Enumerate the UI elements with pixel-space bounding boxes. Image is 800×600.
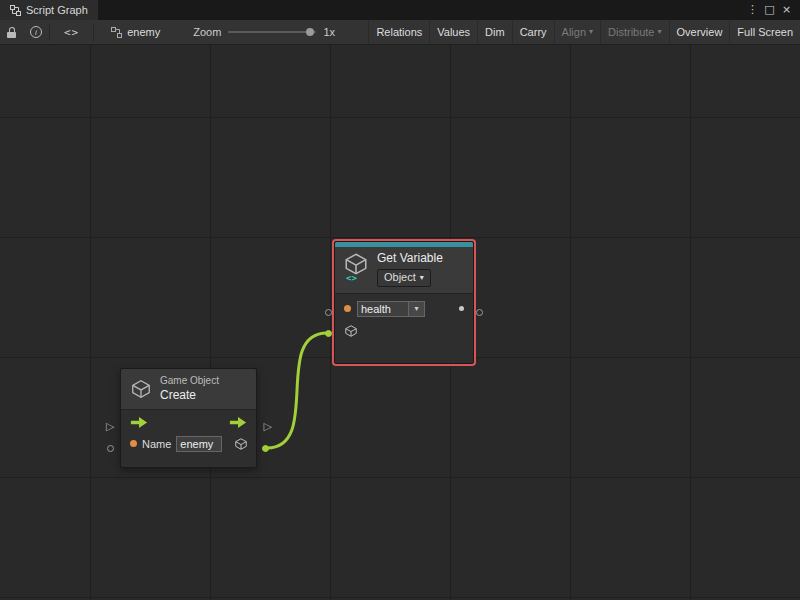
variable-code-icon: <> <box>346 273 357 283</box>
zoom-slider[interactable] <box>228 31 316 33</box>
game-object-output-port[interactable] <box>262 445 269 452</box>
toolbar-button-values[interactable]: Values <box>429 20 477 44</box>
graph-canvas[interactable]: Game Object Create Name <box>0 45 800 600</box>
graph-breadcrumb[interactable]: enemy <box>104 20 167 44</box>
value-output-dot[interactable] <box>459 306 464 311</box>
flow-input-port[interactable]: ▷ <box>106 421 114 432</box>
scope-label: Object <box>384 271 416 285</box>
graph-asset-icon <box>111 27 122 38</box>
game-object-cube-icon <box>130 378 152 400</box>
maximize-icon[interactable]: □ <box>761 0 778 20</box>
toolbar-button-distribute[interactable]: Distribute ▾ <box>600 20 668 44</box>
kebab-menu-icon[interactable]: ⋮ <box>744 0 761 20</box>
button-label: Distribute <box>608 26 654 38</box>
object-input-port[interactable] <box>325 330 332 337</box>
variable-scope-dropdown[interactable]: Object ▾ <box>377 269 431 287</box>
graph-toolbar: i <> enemy Zoom 1x Relations <box>0 20 800 45</box>
zoom-value: 1x <box>323 26 335 38</box>
value-port-dot[interactable] <box>344 305 351 312</box>
lock-icon <box>7 27 16 38</box>
node-get-variable[interactable]: <> Get Variable Object ▾ ▾ <box>334 241 474 364</box>
chevron-down-icon: ▾ <box>420 274 424 282</box>
object-port-row <box>335 322 473 350</box>
lock-button[interactable] <box>0 20 23 44</box>
info-icon: i <box>30 26 42 38</box>
tab-script-graph[interactable]: Script Graph <box>0 0 98 20</box>
variable-select-button[interactable]: ▾ <box>409 301 425 317</box>
variable-name-row: ▾ <box>335 294 473 322</box>
object-input-icon[interactable] <box>344 324 358 338</box>
button-label: Values <box>437 26 470 38</box>
code-icon: <> <box>64 26 79 39</box>
button-label: Carry <box>520 26 547 38</box>
node-game-object-create[interactable]: Game Object Create Name <box>120 368 257 468</box>
toolbar-buttons: Relations Values Dim Carry Align ▾ Distr… <box>368 20 800 44</box>
node-header: <> Get Variable Object ▾ <box>335 247 473 294</box>
button-label: Align <box>562 26 586 38</box>
variable-name-port[interactable] <box>325 309 332 316</box>
button-label: Full Screen <box>737 26 793 38</box>
edit-source-button[interactable]: <> <box>50 20 93 44</box>
title-bar: Script Graph ⋮ □ × <box>0 0 800 20</box>
toolbar-button-overview[interactable]: Overview <box>669 20 730 44</box>
toolbar-button-relations[interactable]: Relations <box>368 20 429 44</box>
value-output-port[interactable] <box>476 309 483 316</box>
tab-title: Script Graph <box>26 4 88 16</box>
name-input-port[interactable] <box>107 445 114 452</box>
variable-name-input[interactable] <box>357 301 409 317</box>
flow-output-arrow-icon[interactable] <box>229 417 247 428</box>
node-title: Create <box>160 388 219 403</box>
toolbar-button-align[interactable]: Align ▾ <box>554 20 600 44</box>
toolbar-button-carry[interactable]: Carry <box>512 20 554 44</box>
toolbar-button-dim[interactable]: Dim <box>477 20 512 44</box>
button-label: Dim <box>485 26 505 38</box>
chevron-down-icon: ▾ <box>658 28 662 36</box>
toolbar-separator <box>93 23 94 41</box>
value-port-dot[interactable] <box>130 440 137 447</box>
button-label: Overview <box>677 26 723 38</box>
close-icon[interactable]: × <box>778 0 795 20</box>
button-label: Relations <box>376 26 422 38</box>
graph-name-label: enemy <box>127 26 160 38</box>
script-graph-icon <box>10 5 21 16</box>
flow-output-port[interactable]: ▷ <box>264 421 272 432</box>
name-input[interactable] <box>176 436 222 452</box>
zoom-slider-handle[interactable] <box>306 28 314 36</box>
zoom-label: Zoom <box>193 26 221 38</box>
game-object-output-icon[interactable] <box>234 437 248 451</box>
name-label: Name <box>142 438 171 450</box>
node-title: Get Variable <box>377 251 443 266</box>
node-category: Game Object <box>160 375 219 388</box>
zoom-control: Zoom 1x <box>185 20 343 44</box>
name-port-row: Name <box>121 431 256 460</box>
variable-cube-icon: <> <box>343 251 369 281</box>
flow-input-arrow-icon[interactable] <box>130 417 148 428</box>
info-button[interactable]: i <box>23 20 49 44</box>
chevron-down-icon: ▾ <box>414 305 418 313</box>
toolbar-button-fullscreen[interactable]: Full Screen <box>729 20 800 44</box>
window-controls: ⋮ □ × <box>744 0 800 20</box>
chevron-down-icon: ▾ <box>589 28 593 36</box>
flow-ports-row <box>121 410 256 431</box>
unity-window: Script Graph ⋮ □ × i <> <box>0 0 800 600</box>
node-header: Game Object Create <box>121 369 256 410</box>
